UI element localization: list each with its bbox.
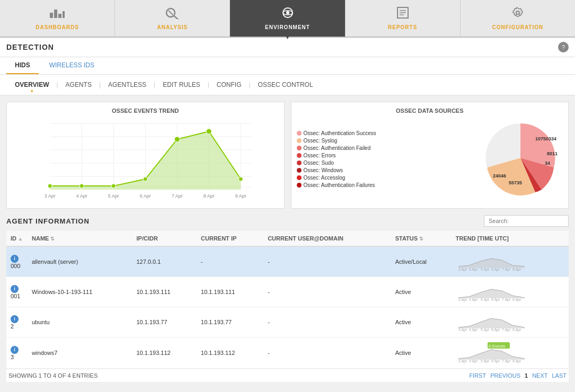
svg-point-32	[206, 129, 211, 134]
pagination-last[interactable]: LAST	[552, 372, 567, 379]
nav-dashboards[interactable]: DASHBOARDS	[0, 0, 115, 37]
sep4: |	[206, 81, 211, 88]
svg-text:7 Apr: 7 Apr	[502, 359, 511, 363]
svg-text:5 Apr: 5 Apr	[481, 268, 490, 272]
legend-item: Ossec: Accesslog	[297, 175, 473, 181]
legend-item: Ossec: Authentication Failed	[297, 145, 473, 151]
sort-icon[interactable]: ▲	[18, 236, 23, 242]
subnav-ossec-control[interactable]: OSSEC CONTROL	[254, 79, 317, 91]
col-user-domain: CURRENT USER@DOMAIN	[263, 231, 391, 246]
nav-configuration[interactable]: CONFIGURATION	[461, 0, 575, 37]
svg-rect-2	[58, 14, 61, 18]
nav-environment[interactable]: ENVIRONMENT ▼	[230, 0, 345, 37]
svg-text:3 Apr: 3 Apr	[458, 328, 467, 332]
cell-current-ip: 10.1.193.112	[197, 337, 263, 369]
svg-text:8 Apr: 8 Apr	[512, 298, 521, 302]
svg-text:7 Apr: 7 Apr	[502, 298, 511, 302]
sort-name-icon[interactable]: ⇅	[50, 236, 55, 242]
cell-user-domain: -	[263, 246, 391, 277]
cell-current-ip: 10.1.193.111	[197, 277, 263, 307]
svg-text:8011: 8011	[547, 151, 558, 156]
legend-item: Ossec: Windows	[297, 167, 473, 173]
pagination-1[interactable]: 1	[525, 372, 528, 379]
nav-reports[interactable]: REPORTS	[346, 0, 461, 37]
cell-status: Active/Local	[391, 246, 452, 277]
cell-name: allenvault (server)	[28, 246, 132, 277]
cell-ip: 10.1.193.77	[132, 307, 197, 337]
dashboards-icon	[49, 6, 65, 22]
showing-label: SHOWING 1 TO 4 OF 4 ENTRIES	[8, 372, 98, 379]
cell-ip: 127.0.0.1	[132, 246, 197, 277]
svg-text:10750334: 10750334	[535, 136, 556, 141]
subnav-config[interactable]: CONFIG	[213, 79, 246, 91]
svg-text:8 Apr: 8 Apr	[512, 268, 521, 272]
pagination-next[interactable]: NEXT	[532, 372, 547, 379]
pagination-links: FIRST PREVIOUS 1 NEXT LAST	[469, 372, 567, 379]
table-header-row: ID ▲ NAME ⇅ IP/CIDR CURRENT IP CURRENT U…	[6, 231, 569, 246]
cell-current-ip: -	[197, 246, 263, 277]
svg-point-28	[79, 184, 84, 188]
svg-marker-52	[458, 259, 525, 268]
cell-ip: 10.1.193.112	[132, 337, 197, 369]
nav-reports-label: REPORTS	[388, 24, 417, 30]
sep2: |	[97, 81, 103, 88]
cell-name: ubuntu	[28, 307, 132, 337]
svg-text:8 Apr: 8 Apr	[512, 328, 521, 332]
tab-hids[interactable]: HIDS	[6, 57, 39, 74]
pie-legend: Ossec: Authentication Success Ossec: Sys…	[297, 130, 473, 190]
svg-marker-75	[458, 350, 525, 360]
search-input[interactable]	[484, 215, 569, 227]
subnav-overview[interactable]: OVERVIEW ▼	[11, 79, 53, 91]
col-status: STATUS ⇅	[391, 231, 452, 246]
pie-chart-title: OSSEC DATA SOURCES	[297, 108, 563, 114]
svg-text:6 Apr: 6 Apr	[491, 268, 500, 272]
nav-analysis[interactable]: ANALYSIS	[115, 0, 230, 37]
svg-text:3 Apr: 3 Apr	[45, 193, 56, 199]
help-button[interactable]: ?	[558, 42, 569, 52]
svg-text:0 Events: 0 Events	[489, 344, 505, 349]
cell-status: Active	[391, 277, 452, 307]
svg-text:5 Apr: 5 Apr	[481, 359, 490, 363]
svg-text:6 Apr: 6 Apr	[491, 328, 500, 332]
subnav-agents[interactable]: AGENTS	[61, 79, 96, 91]
svg-text:9 Apr: 9 Apr	[235, 193, 246, 199]
svg-text:6 Apr: 6 Apr	[491, 298, 500, 302]
svg-line-6	[169, 11, 173, 15]
info-icon: i	[11, 285, 19, 293]
analysis-icon	[164, 6, 180, 22]
svg-marker-66	[458, 318, 525, 328]
svg-line-5	[174, 16, 179, 19]
svg-text:5 Apr: 5 Apr	[108, 193, 119, 199]
table-row[interactable]: i 001 Windows-10-1-193-111 10.1.193.111 …	[6, 277, 569, 307]
legend-item: Ossec: Syslog	[297, 138, 473, 144]
info-icon: i	[11, 346, 19, 354]
svg-text:7 Apr: 7 Apr	[502, 328, 511, 332]
subnav-agentless[interactable]: AGENTLESS	[104, 79, 151, 91]
cell-trend: 3 Apr 4 Apr 5 Apr 6 Apr 7 Apr 8 Apr	[452, 246, 569, 277]
nav-configuration-label: CONFIGURATION	[492, 24, 544, 30]
table-row[interactable]: i 2 ubuntu 10.1.193.77 10.1.193.77 - Act…	[6, 307, 569, 337]
sort-status-icon[interactable]: ⇅	[419, 236, 423, 242]
trend-chart-title: OSSEC EVENTS TREND	[12, 108, 279, 114]
svg-text:3 Apr: 3 Apr	[458, 298, 467, 302]
agent-table: ID ▲ NAME ⇅ IP/CIDR CURRENT IP CURRENT U…	[6, 231, 569, 369]
top-nav: DASHBOARDS ANALYSIS ENVIRONMENT ▼ REPORT…	[0, 0, 575, 38]
tabs-bar: HIDS WIRELESS IDS	[0, 57, 575, 75]
col-trend: TREND [TIME UTC]	[452, 231, 569, 246]
sep3: |	[152, 81, 157, 88]
svg-text:5 Apr: 5 Apr	[481, 328, 490, 332]
configuration-icon	[510, 6, 526, 22]
pagination-previous[interactable]: PREVIOUS	[490, 372, 520, 379]
table-row[interactable]: i 000 allenvault (server) 127.0.0.1 - - …	[6, 246, 569, 277]
sep5: |	[246, 81, 252, 88]
svg-text:3 Apr: 3 Apr	[458, 359, 467, 363]
charts-row: OSSEC EVENTS TREND	[0, 95, 575, 215]
tab-wireless-ids[interactable]: WIRELESS IDS	[41, 57, 103, 74]
col-ip-cidr: IP/CIDR	[132, 231, 197, 246]
svg-text:55735: 55735	[509, 180, 522, 185]
pagination-first[interactable]: FIRST	[469, 372, 486, 379]
table-row[interactable]: i 3 windows7 10.1.193.112 10.1.193.112 -…	[6, 337, 569, 369]
svg-point-33	[238, 177, 243, 181]
svg-rect-1	[54, 10, 57, 18]
subnav-edit-rules[interactable]: EDIT RULES	[158, 79, 204, 91]
